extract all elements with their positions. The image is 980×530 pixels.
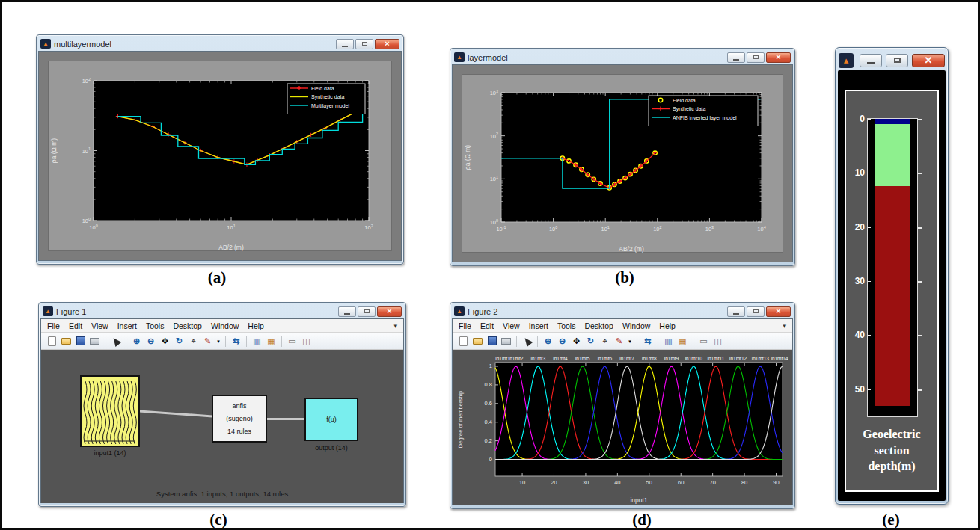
- anfis-line3: 14 rules: [213, 428, 266, 435]
- depth-tick-label: 10: [847, 167, 865, 178]
- open-file-icon[interactable]: [60, 335, 73, 348]
- pan-icon[interactable]: ✥: [159, 335, 171, 348]
- menu-window[interactable]: Window: [622, 321, 650, 330]
- caption-buttons: ×: [337, 306, 402, 317]
- titlebar-geoelectric[interactable]: ▴ ✕: [838, 50, 946, 70]
- plottools-on-icon[interactable]: ◫: [711, 335, 724, 348]
- minimize-button[interactable]: [727, 306, 745, 317]
- svg-text:101: 101: [490, 175, 498, 182]
- close-button[interactable]: ×: [766, 52, 791, 63]
- menu-insert[interactable]: Insert: [117, 321, 137, 330]
- open-file-icon[interactable]: [471, 335, 484, 348]
- maximize-button[interactable]: [747, 52, 765, 63]
- link-plot-icon[interactable]: ⇆: [641, 335, 654, 348]
- depth-tick-label: 0: [847, 114, 865, 124]
- anfis-rules-box[interactable]: anfis (sugeno) 14 rules: [212, 395, 267, 443]
- minimize-button[interactable]: [338, 306, 356, 317]
- svg-text:10: 10: [519, 479, 525, 486]
- svg-text:101: 101: [82, 147, 91, 154]
- rotate3d-icon[interactable]: ↻: [584, 335, 597, 348]
- anfis-output-box[interactable]: f(u): [304, 398, 358, 441]
- link-plot-icon[interactable]: ⇆: [230, 335, 242, 348]
- anfis-input-box[interactable]: [80, 375, 140, 447]
- menu-dock-chevron-icon[interactable]: ▾: [783, 322, 786, 330]
- menu-view[interactable]: View: [91, 321, 108, 330]
- svg-text:80: 80: [741, 479, 747, 486]
- pointer-icon[interactable]: [521, 335, 533, 348]
- menu-file[interactable]: File: [47, 321, 60, 330]
- new-file-icon[interactable]: [46, 335, 58, 348]
- output-label: output (14): [290, 444, 373, 452]
- window-figure1: ▴ Figure 1 × FileEditViewInsertToolsDesk…: [38, 302, 406, 507]
- figure-gray-area: 100101102100101102AB/2 (m)ρa (Ω m)Field …: [48, 61, 392, 251]
- close-button[interactable]: ✕: [912, 54, 945, 67]
- menubar-figure1: FileEditViewInsertToolsDesktopWindowHelp…: [41, 319, 403, 333]
- window-title: Figure 2: [468, 307, 497, 316]
- pan-icon[interactable]: ✥: [570, 335, 583, 348]
- brush-dropdown-icon[interactable]: ▾: [627, 335, 633, 348]
- data-cursor-icon[interactable]: ⌖: [598, 335, 611, 348]
- menu-desktop[interactable]: Desktop: [173, 321, 202, 330]
- save-icon[interactable]: [486, 335, 498, 348]
- svg-text:in1mf4: in1mf4: [553, 356, 568, 361]
- close-button[interactable]: ×: [375, 39, 399, 49]
- menu-tools[interactable]: Tools: [557, 321, 576, 330]
- menu-edit[interactable]: Edit: [480, 321, 494, 330]
- menu-help[interactable]: Help: [248, 321, 264, 330]
- titlebar-multilayermodel[interactable]: ▴ multilayermodel ×: [38, 37, 402, 51]
- rotate3d-icon[interactable]: ↻: [173, 335, 186, 348]
- menu-tools[interactable]: Tools: [146, 321, 165, 330]
- minimize-button[interactable]: [336, 39, 354, 49]
- zoom-in-icon[interactable]: ⊕: [542, 335, 554, 348]
- menu-edit[interactable]: Edit: [69, 321, 82, 330]
- close-button[interactable]: ×: [377, 306, 402, 317]
- menu-file[interactable]: File: [459, 321, 471, 330]
- svg-text:100: 100: [82, 217, 91, 224]
- depth-layer: [875, 119, 910, 124]
- plottools-off-icon[interactable]: ▭: [697, 335, 710, 348]
- menu-view[interactable]: View: [503, 321, 520, 330]
- colorbar-icon[interactable]: ▥: [662, 335, 675, 348]
- minimize-button[interactable]: [860, 54, 882, 67]
- new-file-icon[interactable]: [457, 335, 470, 348]
- menu-desktop[interactable]: Desktop: [584, 321, 613, 330]
- svg-text:in1mf6: in1mf6: [598, 356, 613, 361]
- svg-text:70: 70: [709, 479, 715, 486]
- plottools-on-icon[interactable]: ◫: [300, 335, 313, 348]
- titlebar-figure1[interactable]: ▴ Figure 1 ×: [40, 304, 404, 318]
- legend-icon[interactable]: ▦: [265, 335, 278, 348]
- svg-text:ANFIS inverted layer model: ANFIS inverted layer model: [673, 115, 737, 121]
- maximize-button[interactable]: [358, 306, 376, 317]
- menu-dock-chevron-icon[interactable]: ▾: [393, 322, 397, 330]
- brush-dropdown-icon[interactable]: ▾: [215, 335, 221, 348]
- zoom-out-icon[interactable]: ⊖: [556, 335, 569, 348]
- print-icon[interactable]: [500, 335, 512, 348]
- maximize-button[interactable]: [355, 39, 373, 49]
- zoom-in-icon[interactable]: ⊕: [130, 335, 143, 348]
- svg-text:in1mf10: in1mf10: [685, 356, 703, 361]
- menu-window[interactable]: Window: [211, 321, 239, 330]
- toolbar-separator: [537, 336, 538, 347]
- maximize-button[interactable]: [747, 306, 765, 317]
- brush-icon[interactable]: ✎: [613, 335, 625, 348]
- maximize-button[interactable]: [886, 54, 908, 67]
- brush-icon[interactable]: ✎: [201, 335, 214, 348]
- menu-insert[interactable]: Insert: [529, 321, 548, 330]
- zoom-out-icon[interactable]: ⊖: [144, 335, 157, 348]
- titlebar-layermodel[interactable]: ▴ layermodel ×: [452, 50, 793, 64]
- svg-text:in1mf11: in1mf11: [708, 356, 725, 361]
- print-icon[interactable]: [88, 335, 101, 348]
- menu-help[interactable]: Help: [659, 321, 676, 330]
- data-cursor-icon[interactable]: ⌖: [187, 335, 200, 348]
- save-icon[interactable]: [74, 335, 87, 348]
- close-button[interactable]: ×: [766, 306, 791, 317]
- plottools-off-icon[interactable]: ▭: [286, 335, 298, 348]
- minimize-button[interactable]: [727, 52, 745, 63]
- colorbar-icon[interactable]: ▥: [251, 335, 263, 348]
- pointer-icon[interactable]: [109, 335, 122, 348]
- legend-icon[interactable]: ▦: [676, 335, 689, 348]
- svg-text:0: 0: [489, 456, 492, 463]
- svg-text:in1mf2: in1mf2: [509, 356, 524, 361]
- titlebar-figure2[interactable]: ▴ Figure 2 ×: [452, 304, 793, 318]
- svg-text:Field data: Field data: [673, 98, 696, 103]
